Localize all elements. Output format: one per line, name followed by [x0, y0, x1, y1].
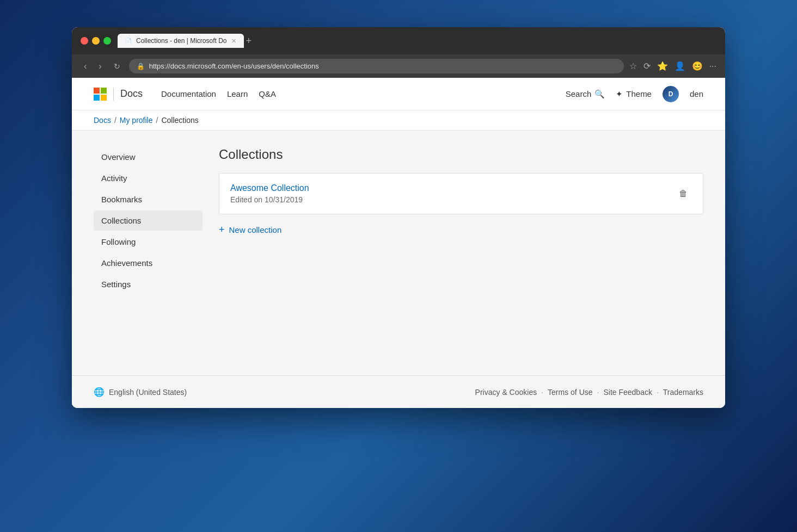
collection-name[interactable]: Awesome Collection: [230, 183, 309, 193]
delete-collection-button[interactable]: 🗑: [675, 187, 692, 201]
search-label: Search: [566, 89, 592, 98]
app-name[interactable]: Docs: [120, 88, 143, 100]
main-nav: Documentation Learn Q&A: [161, 89, 276, 98]
logo-red: [94, 88, 100, 94]
browser-window: 📄 Collections - den | Microsoft Do ✕ + ‹…: [72, 27, 725, 408]
sidebar-item-overview[interactable]: Overview: [94, 147, 203, 167]
breadcrumb-myprofile[interactable]: My profile: [120, 116, 153, 125]
logo-blue: [94, 95, 100, 101]
avatar-initials: D: [669, 90, 673, 98]
site-header: Docs Documentation Learn Q&A Search 🔍 ✦ …: [72, 78, 725, 110]
url-domain: https://docs.microsoft.com: [149, 62, 231, 70]
minimize-button[interactable]: [92, 37, 100, 45]
header-right: Search 🔍 ✦ Theme D den: [566, 86, 703, 102]
sidebar-item-collections[interactable]: Collections: [94, 211, 203, 231]
avatar[interactable]: D: [663, 86, 679, 102]
logo-area: Docs: [94, 88, 143, 101]
url-path: /en-us/users/den/collections: [231, 62, 319, 70]
new-collection-button[interactable]: + New collection: [219, 219, 703, 241]
page-title: Collections: [219, 147, 703, 162]
new-collection-label: New collection: [229, 225, 282, 234]
forward-button[interactable]: ›: [95, 60, 105, 72]
traffic-lights: [81, 37, 111, 45]
sidebar-item-following[interactable]: Following: [94, 232, 203, 252]
collections-icon[interactable]: ⭐: [657, 61, 668, 71]
lock-icon: 🔒: [137, 63, 145, 70]
theme-button[interactable]: ✦ Theme: [616, 89, 652, 99]
nav-documentation[interactable]: Documentation: [161, 89, 216, 98]
maximize-button[interactable]: [103, 37, 111, 45]
microsoft-logo: [94, 88, 107, 101]
sidebar-item-activity[interactable]: Activity: [94, 168, 203, 188]
title-bar: 📄 Collections - den | Microsoft Do ✕ +: [72, 27, 725, 54]
logo-divider: [113, 88, 114, 101]
active-tab[interactable]: 📄 Collections - den | Microsoft Do ✕: [118, 34, 244, 48]
sidebar-item-settings[interactable]: Settings: [94, 274, 203, 294]
footer-privacy[interactable]: Privacy & Cookies: [475, 388, 537, 397]
footer-terms[interactable]: Terms of Use: [548, 388, 592, 397]
collection-edited: Edited on 10/31/2019: [230, 195, 309, 204]
theme-icon: ✦: [616, 89, 623, 99]
globe-icon: 🌐: [94, 387, 105, 397]
main-layout: Overview Activity Bookmarks Collections …: [72, 131, 725, 375]
collection-card: Awesome Collection Edited on 10/31/2019 …: [219, 173, 703, 214]
new-tab-button[interactable]: +: [246, 35, 252, 47]
tab-bar: 📄 Collections - den | Microsoft Do ✕ +: [118, 34, 716, 48]
breadcrumb: Docs / My profile / Collections: [72, 110, 725, 131]
footer-sep-3: ·: [657, 388, 659, 397]
reload-button[interactable]: ↻: [111, 61, 124, 72]
profile-icon[interactable]: 👤: [675, 61, 685, 71]
logo-green: [101, 88, 107, 94]
breadcrumb-sep-2: /: [156, 116, 158, 125]
star-icon[interactable]: ☆: [629, 61, 637, 71]
back-button[interactable]: ‹: [81, 60, 90, 72]
theme-label: Theme: [626, 89, 652, 98]
breadcrumb-collections: Collections: [161, 116, 198, 125]
close-button[interactable]: [81, 37, 88, 45]
logo-yellow: [101, 95, 107, 101]
footer-links: Privacy & Cookies · Terms of Use · Site …: [475, 388, 703, 397]
plus-icon: +: [219, 224, 225, 236]
url-display: https://docs.microsoft.com/en-us/users/d…: [149, 62, 319, 70]
nav-learn[interactable]: Learn: [227, 89, 248, 98]
tab-close-button[interactable]: ✕: [231, 38, 236, 45]
locale-label: English (United States): [109, 388, 187, 397]
nav-qa[interactable]: Q&A: [259, 89, 276, 98]
footer-locale: 🌐 English (United States): [94, 387, 187, 397]
main-content: Collections Awesome Collection Edited on…: [219, 147, 703, 359]
url-bar[interactable]: 🔒 https://docs.microsoft.com/en-us/users…: [129, 59, 624, 73]
search-icon: 🔍: [594, 89, 605, 99]
more-icon[interactable]: ···: [709, 61, 716, 71]
tab-favicon: 📄: [125, 38, 132, 44]
page-content: Docs Documentation Learn Q&A Search 🔍 ✦ …: [72, 78, 725, 408]
footer-trademarks[interactable]: Trademarks: [663, 388, 703, 397]
footer-sep-1: ·: [541, 388, 543, 397]
collection-info: Awesome Collection Edited on 10/31/2019: [230, 183, 309, 204]
footer-sep-2: ·: [597, 388, 599, 397]
breadcrumb-sep-1: /: [114, 116, 117, 125]
footer-feedback[interactable]: Site Feedback: [603, 388, 652, 397]
tab-title: Collections - den | Microsoft Do: [136, 37, 227, 45]
search-button[interactable]: Search 🔍: [566, 89, 605, 99]
sidebar-item-achievements[interactable]: Achievements: [94, 253, 203, 273]
address-bar: ‹ › ↻ 🔒 https://docs.microsoft.com/en-us…: [72, 54, 725, 78]
breadcrumb-docs[interactable]: Docs: [94, 116, 111, 125]
emoji-icon[interactable]: 😊: [692, 61, 703, 71]
refresh-icon[interactable]: ⟳: [643, 61, 651, 71]
user-name[interactable]: den: [690, 89, 703, 98]
toolbar-icons: ☆ ⟳ ⭐ 👤 😊 ···: [629, 61, 716, 71]
sidebar: Overview Activity Bookmarks Collections …: [94, 147, 203, 359]
site-footer: 🌐 English (United States) Privacy & Cook…: [72, 375, 725, 408]
sidebar-item-bookmarks[interactable]: Bookmarks: [94, 189, 203, 209]
